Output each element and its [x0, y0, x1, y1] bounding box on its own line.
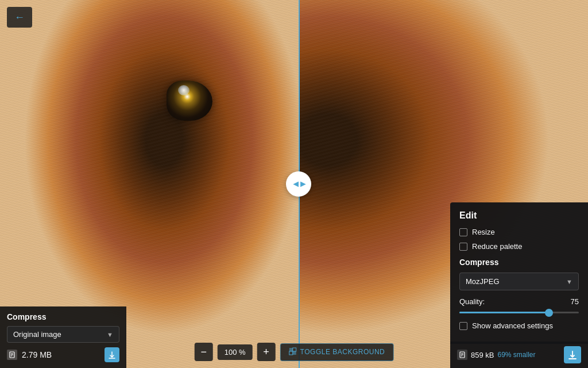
- svg-rect-4: [289, 348, 293, 351]
- quality-slider-thumb[interactable]: [545, 309, 553, 317]
- dropdown-value: Original image: [13, 330, 61, 339]
- toggle-bg-label: Toggle background: [300, 348, 385, 356]
- minus-icon: −: [200, 346, 207, 358]
- quality-label: Quality:: [459, 297, 491, 306]
- back-button[interactable]: ←: [7, 7, 32, 28]
- resize-label: Resize: [472, 228, 495, 236]
- file-size-row-left: 2.79 MB: [7, 347, 119, 362]
- resize-checkbox[interactable]: [459, 228, 467, 236]
- file-size-row-right: 859 kB 69% smaller: [457, 350, 536, 360]
- file-size-value-left: 2.79 MB: [22, 350, 52, 359]
- resize-checkbox-row: Resize: [459, 228, 579, 236]
- plus-icon: +: [263, 346, 269, 358]
- compress-left-panel: Compress Original image ▼ 2.79 MB: [0, 306, 126, 368]
- advanced-settings-label: Show advanced settings: [472, 321, 553, 330]
- quality-row: Quality: 75: [459, 297, 579, 306]
- original-image-dropdown[interactable]: Original image ▼: [7, 326, 119, 343]
- size-reduction-badge: 69% smaller: [497, 351, 535, 359]
- codec-value: MozJPEG: [466, 277, 500, 286]
- svg-rect-5: [293, 348, 296, 351]
- compress-section-title: Compress: [459, 258, 579, 267]
- file-icon-left: [7, 350, 17, 360]
- svg-rect-7: [293, 351, 296, 355]
- eye-detail: [167, 80, 212, 121]
- compress-panel-title: Compress: [7, 312, 119, 321]
- reduce-palette-label: Reduce palette: [472, 242, 522, 251]
- resize-arrows-icon: ◄►: [291, 179, 306, 189]
- file-icon-right: [457, 350, 467, 360]
- quality-slider-track: [459, 312, 579, 313]
- compressed-file-info: 859 kB 69% smaller: [450, 342, 588, 368]
- svg-rect-6: [289, 351, 293, 355]
- advanced-settings-row: Show advanced settings: [459, 321, 579, 330]
- reduce-palette-checkbox-row: Reduce palette: [459, 242, 579, 251]
- download-button-right[interactable]: [564, 346, 581, 363]
- compressed-file-size: 859 kB: [471, 351, 494, 359]
- toggle-bg-icon: [289, 347, 297, 357]
- codec-dropdown-arrow-icon: ▼: [566, 278, 572, 285]
- advanced-settings-checkbox[interactable]: [459, 322, 467, 330]
- zoom-out-button[interactable]: −: [195, 343, 213, 361]
- codec-dropdown[interactable]: MozJPEG ▼: [459, 273, 579, 290]
- zoom-controls: − 100 % + Toggle background: [195, 343, 394, 361]
- quality-slider-fill: [459, 312, 549, 313]
- zoom-level: 100 %: [218, 344, 253, 360]
- back-arrow-icon: ←: [14, 12, 25, 24]
- reduce-palette-checkbox[interactable]: [459, 243, 467, 251]
- quality-value: 75: [564, 297, 579, 306]
- edit-panel: Edit Resize Reduce palette Compress MozJ…: [450, 202, 588, 344]
- zoom-in-button[interactable]: +: [257, 343, 276, 361]
- eye-highlight: [178, 85, 189, 95]
- quality-slider-container[interactable]: [459, 312, 579, 313]
- download-button-left[interactable]: [105, 347, 119, 362]
- edit-panel-title: Edit: [459, 210, 579, 221]
- dropdown-arrow-icon: ▼: [107, 331, 113, 338]
- comparison-divider-handle[interactable]: ◄►: [286, 171, 311, 197]
- toggle-background-button[interactable]: Toggle background: [280, 343, 394, 361]
